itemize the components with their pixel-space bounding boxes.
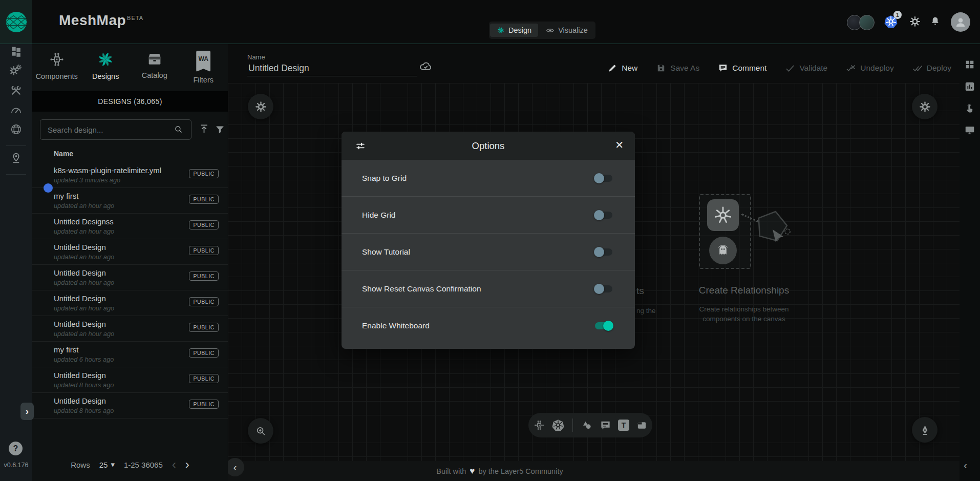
design-list-item[interactable]: Untitled Designss updated an hour ago PU… <box>32 214 228 239</box>
undeploy-button: Undeploy <box>846 63 894 73</box>
design-list-item[interactable]: my first updated 6 hours ago PUBLIC <box>32 342 228 367</box>
collaborator-avatar[interactable] <box>859 15 875 30</box>
cloud-saved-icon <box>419 59 433 73</box>
design-list-item[interactable]: Untitled Design updated an hour ago PUBL… <box>32 265 228 290</box>
mode-visualize[interactable]: Visualize <box>539 24 594 37</box>
comment-tool-icon[interactable] <box>600 420 611 431</box>
designs-pinwheel-icon <box>97 51 114 68</box>
reset-canvas-confirmation-toggle[interactable] <box>594 284 613 294</box>
dock-interact-icon[interactable] <box>964 102 975 114</box>
panel-collapse-button[interactable]: ‹ <box>226 458 244 476</box>
user-avatar[interactable] <box>951 12 970 32</box>
hidden-card-body-fragment: ng the <box>636 307 656 315</box>
design-name-label: Name <box>247 53 265 61</box>
close-icon[interactable]: ✕ <box>615 139 624 151</box>
tab-designs[interactable]: Designs <box>81 44 131 91</box>
media-tool-icon[interactable] <box>636 420 648 431</box>
design-list-item[interactable]: Untitled Design updated an hour ago PUBL… <box>32 316 228 342</box>
tools-divider <box>572 419 573 432</box>
settings-gear-icon[interactable] <box>909 16 921 27</box>
dock-display-icon[interactable] <box>964 124 975 136</box>
hide-grid-toggle[interactable] <box>594 210 613 220</box>
option-hide-grid: Hide Grid <box>342 197 635 234</box>
next-page-icon[interactable]: › <box>185 458 189 471</box>
canvas-settings-button[interactable] <box>248 94 273 119</box>
pagination-range: 1-25 36065 <box>124 461 163 469</box>
design-search-input[interactable] <box>47 120 172 139</box>
options-modal-body: Snap to Grid Hide Grid Show Tutorial Sho… <box>342 160 635 344</box>
snap-to-grid-toggle[interactable] <box>594 173 613 183</box>
tab-designs-label: Designs <box>92 72 119 80</box>
option-label: Enable Whiteboard <box>362 321 430 330</box>
footer-credit: Built with ♥ by the Layer5 Community <box>228 461 772 481</box>
help-button[interactable]: ? <box>9 442 23 455</box>
tab-catalog[interactable]: Catalog <box>130 44 179 91</box>
canvas-preferences-button[interactable] <box>912 94 938 119</box>
tab-components[interactable]: Components <box>32 44 81 91</box>
mode-design[interactable]: Design <box>490 24 538 37</box>
header-accent-line <box>0 44 980 44</box>
person-icon <box>954 15 967 29</box>
design-list-item[interactable]: Untitled Design updated 8 hours ago PUBL… <box>32 367 228 393</box>
meshmap-pin-icon[interactable] <box>10 152 23 164</box>
import-design-icon[interactable] <box>198 123 210 135</box>
visibility-badge: PUBLIC <box>189 297 219 306</box>
tab-components-label: Components <box>36 72 78 80</box>
design-list-item[interactable]: Untitled Design updated an hour ago PUBL… <box>32 290 228 316</box>
option-snap-to-grid: Snap to Grid <box>342 160 635 197</box>
dock-chart-icon[interactable] <box>964 81 975 92</box>
design-list-item[interactable]: my first updated an hour ago PUBLIC <box>32 188 228 214</box>
rows-per-page-select[interactable]: 25 ▾ <box>99 460 115 469</box>
lifecycle-gears-icon[interactable] <box>10 65 23 77</box>
service-mesh-icon[interactable] <box>10 123 23 136</box>
gear-icon <box>255 101 267 113</box>
new-button[interactable]: New <box>607 63 637 73</box>
design-name-input[interactable] <box>247 61 417 76</box>
dashboard-icon[interactable] <box>10 45 23 58</box>
design-name: Untitled Design <box>54 320 106 328</box>
gear-icon <box>919 101 931 113</box>
text-tool-icon[interactable]: T <box>618 420 629 431</box>
show-tutorial-toggle[interactable] <box>594 247 613 257</box>
tutorial-subtitle-line2: components on the canvas <box>667 314 821 324</box>
design-list-item[interactable]: Untitled Design updated 8 hours ago PUBL… <box>32 393 228 419</box>
design-name: Untitled Design <box>54 268 106 277</box>
configuration-wrenches-icon[interactable] <box>10 84 23 97</box>
deploy-button: Deploy <box>912 63 951 73</box>
visibility-badge: PUBLIC <box>189 246 219 255</box>
comment-button[interactable]: Comment <box>718 63 766 73</box>
right-dock-rail: ‹ <box>960 44 980 481</box>
meshmap-app: ? v0.6.176 MeshMapBETA Design Visualize … <box>0 0 980 481</box>
designs-count-header: DESIGNS (36,065) <box>32 91 228 112</box>
filter-funnel-icon[interactable] <box>215 124 225 135</box>
notifications-bell-icon[interactable] <box>930 16 941 27</box>
app-version: v0.6.176 <box>0 462 32 469</box>
heart-icon: ♥ <box>470 466 475 476</box>
shapes-tool-icon[interactable] <box>581 420 593 431</box>
visibility-badge: PUBLIC <box>189 271 219 281</box>
annotation-pen-button[interactable] <box>912 417 938 443</box>
add-component-icon[interactable] <box>533 419 545 431</box>
rows-label: Rows <box>71 461 90 469</box>
eye-icon <box>546 26 555 35</box>
visibility-badge: PUBLIC <box>189 374 219 383</box>
design-list-item[interactable]: k8s-wasm-plugin-ratelimiter.yml updated … <box>32 162 228 188</box>
kubernetes-tool-icon[interactable] <box>552 419 564 431</box>
design-list-item[interactable]: Untitled Design updated an hour ago PUBL… <box>32 239 228 265</box>
prev-page-icon[interactable]: ‹ <box>172 458 176 471</box>
ghost-icon <box>714 242 732 259</box>
zoom-in-button[interactable] <box>248 418 273 444</box>
tab-filters[interactable]: WA Filters <box>179 44 228 91</box>
enable-whiteboard-toggle[interactable] <box>594 321 613 331</box>
dock-grid-icon[interactable] <box>964 59 975 70</box>
help-icon: ? <box>13 444 18 453</box>
performance-gauge-icon[interactable] <box>10 103 23 116</box>
dock-expand-icon[interactable]: ‹ <box>964 459 967 471</box>
option-label: Snap to Grid <box>362 174 407 183</box>
design-actions: New Save As Comment Validate Undeploy De… <box>563 59 951 77</box>
panel-expander[interactable]: › <box>20 403 34 420</box>
design-name: Untitled Design <box>54 396 106 405</box>
search-icon[interactable] <box>174 124 183 134</box>
new-label: New <box>622 64 637 73</box>
layer5-logo[interactable] <box>0 0 32 44</box>
